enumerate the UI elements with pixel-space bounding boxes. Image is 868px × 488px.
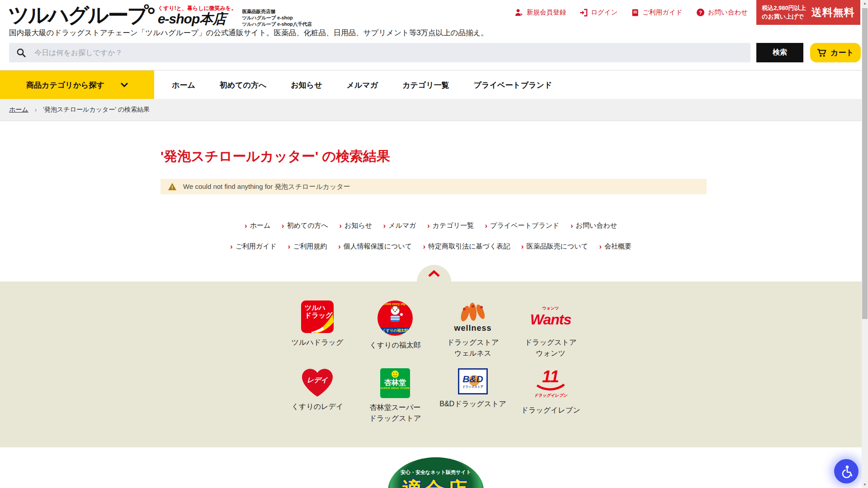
breadcrumb-current: '発泡スチロールカッター' の検索結果 [43, 106, 150, 114]
link-chevron-icon: › [521, 243, 524, 250]
link-chevron-icon: › [599, 243, 602, 250]
breadcrumb-separator: › [35, 106, 37, 113]
main-navigation: 商品カテゴリから探す ホーム 初めての方へ お知らせ メルマガ カテゴリ一覧 プ… [0, 70, 862, 99]
breadcrumb-home-link[interactable]: ホーム [9, 106, 28, 114]
svg-text:?: ? [699, 10, 702, 15]
page-title: '発泡スチロールカッター' の検索結果 [160, 147, 390, 166]
footer-link-category-list[interactable]: ›カテゴリ一覧 [427, 221, 474, 230]
link-chevron-icon: › [383, 222, 386, 230]
category-dropdown-button[interactable]: 商品カテゴリから探す [0, 70, 154, 99]
drug-eleven-logo: 11 ドラッグイレブン [534, 368, 567, 401]
certified-shop-badge: 安心・安全なネット販売サイト 適合店 [388, 457, 484, 488]
warning-message: We could not find anything for 発泡スチロールカッ… [183, 183, 350, 191]
brand-wellness[interactable]: wellness ドラッグストア ウェルネス [434, 300, 512, 359]
free-shipping-highlight: 送料無料 [811, 5, 855, 19]
site-description: 国内最大級のドラッグストアチェーン「ツルハグループ」の公式通販サイト。医薬品、化… [9, 28, 488, 38]
chevron-up-icon [428, 270, 440, 277]
footer-link-contact[interactable]: ›お問い合わせ [571, 221, 617, 230]
group-brands-footer: ツルハ ドラッグ ツルハドラッグ Smile every day! [0, 282, 868, 447]
cart-button[interactable]: カート [810, 43, 861, 62]
no-results-warning: ! We could not find anything for 発泡スチロール… [160, 179, 707, 194]
wellness-logo: wellness [454, 300, 491, 333]
link-chevron-icon: › [288, 243, 291, 250]
fukutaro-dog-illustration [385, 305, 405, 323]
nav-item-first-time[interactable]: 初めての方へ [220, 80, 267, 90]
scrollbar-up-arrow[interactable]: ▲ [862, 1, 868, 5]
register-link[interactable]: 新規会員登録 [515, 8, 566, 17]
wants-logo: ウォンツ Wants [530, 300, 571, 333]
link-chevron-icon: › [485, 222, 488, 230]
brand-kyorindo[interactable]: 杏林堂 SUPER DRUG STORE 杏林堂スーパー ドラッグストア [356, 368, 434, 424]
breadcrumb: ホーム › '発泡スチロールカッター' の検索結果 [0, 99, 862, 121]
footer-link-company[interactable]: ›会社概要 [599, 242, 632, 251]
redei-heart-logo: レデイ [302, 368, 333, 397]
link-chevron-icon: › [427, 222, 430, 230]
free-shipping-banner: 税込2,980円以上 のお買い上げで 送料無料 [756, 0, 860, 25]
footer-link-commerce-law[interactable]: ›特定商取引法に基づく表記 [423, 242, 510, 251]
brand-fukutaro[interactable]: Smile every day! くすりの福太郎 くすりの福太郎 [356, 300, 434, 359]
footer-link-mailmag[interactable]: ›メルマガ [383, 221, 416, 230]
accessibility-wheelchair-icon [840, 465, 853, 478]
search-input[interactable] [9, 43, 750, 62]
svg-text:!: ! [171, 185, 173, 190]
login-link[interactable]: ログイン [580, 8, 618, 17]
question-circle-icon: ? [696, 8, 705, 17]
footer-link-pharma-sales[interactable]: ›医薬品販売について [521, 242, 588, 251]
link-chevron-icon: › [245, 222, 247, 230]
footer-link-private-brand[interactable]: ›プライベートブランド [485, 221, 560, 230]
tsuruha-drug-logo: ツルハ ドラッグ [301, 300, 334, 333]
footer-link-news[interactable]: ›お知らせ [339, 221, 372, 230]
link-chevron-icon: › [282, 222, 284, 230]
link-chevron-icon: › [230, 243, 233, 250]
nav-item-mailmag[interactable]: メルマガ [347, 80, 378, 90]
link-chevron-icon: › [339, 222, 342, 230]
brand-drug-eleven[interactable]: 11 ドラッグイレブン ドラッグイレブン [512, 368, 590, 424]
link-chevron-icon: › [338, 243, 341, 250]
footer-link-first-time[interactable]: ›初めての方へ [282, 221, 328, 230]
scrollbar-down-arrow[interactable]: ▼ [862, 483, 868, 487]
nav-item-category-list[interactable]: カテゴリ一覧 [402, 80, 449, 90]
search-icon [16, 48, 26, 58]
guide-book-icon [631, 9, 639, 17]
page-scrollbar[interactable]: ▲ ▼ [862, 0, 868, 488]
footer-link-guide[interactable]: ›ご利用ガイド [230, 242, 277, 251]
nav-item-news[interactable]: お知らせ [291, 80, 322, 90]
accessibility-button[interactable] [834, 459, 859, 483]
link-chevron-icon: › [423, 243, 426, 250]
brand-tsuruha-drug[interactable]: ツルハ ドラッグ ツルハドラッグ [278, 300, 356, 359]
link-chevron-icon: › [571, 222, 573, 230]
brand-wants[interactable]: ウォンツ Wants ドラッグストア ウォンツ [512, 300, 590, 359]
site-logo[interactable]: ツルハグループ° くすり!と、暮らしに微笑みを。 e-shop本店 医薬品販売店… [8, 5, 312, 28]
store-info: 医薬品販売店舗 ツルハグループ e-shop ツルハグループ e-shop八千代… [242, 8, 311, 28]
cart-icon [817, 48, 827, 57]
footer-link-home[interactable]: ›ホーム [245, 221, 270, 230]
header-utility-links: 新規会員登録 ログイン ご利用ガイド ? お問い合わせ [515, 8, 748, 17]
warning-triangle-icon: ! [168, 183, 177, 191]
person-add-icon [515, 9, 524, 17]
brand-logo-text: ツルハグループ° [8, 5, 154, 25]
nav-item-private-brand[interactable]: プライベートブランド [474, 80, 552, 90]
scrollbar-thumb[interactable] [862, 8, 868, 319]
brand-redei[interactable]: レデイ くすりのレデイ [278, 368, 356, 424]
footer-link-terms[interactable]: ›ご利用規約 [288, 242, 327, 251]
kyorindo-logo: 杏林堂 SUPER DRUG STORE [380, 368, 410, 398]
smiley-icon [391, 370, 399, 378]
footer-links-row1: ›ホーム ›初めての方へ ›お知らせ ›メルマガ ›カテゴリ一覧 ›プライベート… [0, 221, 862, 230]
fukutaro-logo: Smile every day! くすりの福太郎 [377, 300, 413, 336]
login-icon [580, 9, 588, 17]
brand-bd[interactable]: B&D ドラッグストア B&Dドラッグストア [434, 368, 512, 424]
nav-item-home[interactable]: ホーム [172, 80, 195, 90]
footer-links-row2: ›ご利用ガイド ›ご利用規約 ›個人情報保護について ›特定商取引法に基づく表記… [0, 242, 862, 251]
bd-logo: B&D ドラッグストア [458, 368, 488, 394]
contact-link[interactable]: ? お問い合わせ [696, 8, 748, 17]
guide-link[interactable]: ご利用ガイド [631, 8, 682, 17]
footer-link-privacy[interactable]: ›個人情報保護について [338, 242, 412, 251]
search-button[interactable]: 検索 [756, 43, 803, 62]
chevron-down-icon [121, 83, 128, 87]
shop-name: e-shop本店 [158, 12, 237, 26]
